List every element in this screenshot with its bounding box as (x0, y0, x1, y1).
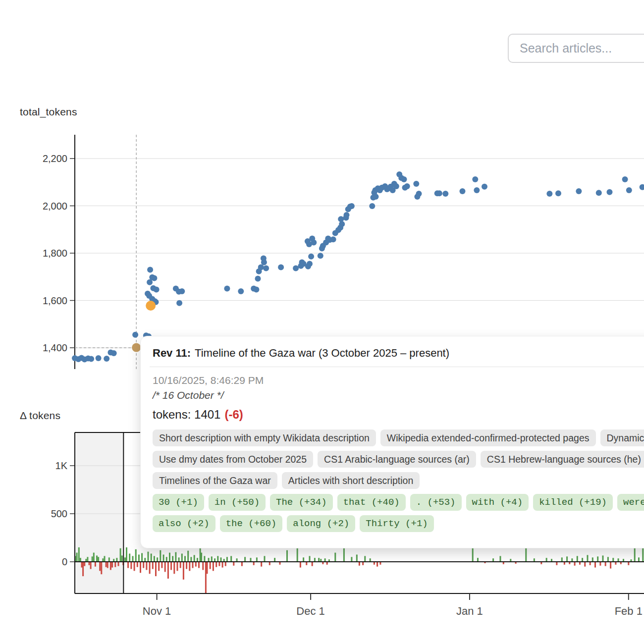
delta-bar[interactable] (210, 562, 211, 569)
delta-bar[interactable] (173, 562, 175, 574)
delta-bar[interactable] (183, 562, 184, 580)
delta-bar[interactable] (324, 558, 326, 562)
delta-bar[interactable] (177, 562, 178, 571)
delta-bar[interactable] (155, 562, 157, 576)
delta-bar[interactable] (124, 557, 126, 562)
delta-bar[interactable] (170, 562, 172, 570)
delta-bar[interactable] (107, 562, 108, 568)
delta-bar[interactable] (356, 555, 358, 562)
delta-bar[interactable] (205, 562, 207, 593)
delta-bar[interactable] (312, 562, 313, 566)
delta-bar[interactable] (104, 556, 106, 562)
delta-bar[interactable] (213, 562, 214, 571)
scatter-point[interactable] (436, 190, 442, 196)
scatter-point[interactable] (401, 176, 407, 182)
delta-bar[interactable] (584, 562, 586, 567)
delta-bar[interactable] (181, 554, 183, 562)
delta-bar[interactable] (364, 556, 366, 562)
selected-revision-point[interactable] (146, 301, 156, 311)
scatter-point[interactable] (293, 266, 299, 271)
delta-bar[interactable] (135, 549, 137, 562)
delta-bar[interactable] (566, 556, 568, 562)
delta-bar[interactable] (148, 552, 149, 562)
delta-bar[interactable] (192, 562, 194, 568)
delta-bar[interactable] (149, 562, 151, 574)
delta-bar[interactable] (111, 562, 113, 568)
scatter-point[interactable] (307, 261, 313, 267)
delta-bar[interactable] (351, 557, 352, 562)
scatter-point[interactable] (318, 253, 323, 259)
delta-bar[interactable] (158, 562, 160, 571)
scatter-point[interactable] (176, 300, 182, 306)
delta-bar[interactable] (574, 562, 576, 566)
delta-bar[interactable] (217, 556, 218, 562)
delta-bar[interactable] (642, 547, 644, 562)
delta-bar[interactable] (144, 558, 146, 562)
delta-bar[interactable] (172, 556, 173, 562)
delta-bar[interactable] (359, 562, 360, 566)
delta-bar[interactable] (114, 562, 116, 567)
delta-bar[interactable] (492, 558, 494, 562)
delta-bar[interactable] (118, 562, 119, 566)
delta-bar[interactable] (126, 547, 127, 562)
scatter-point[interactable] (344, 212, 350, 218)
delta-bar[interactable] (592, 557, 593, 562)
scatter-point[interactable] (413, 181, 419, 187)
delta-bar[interactable] (140, 562, 141, 573)
delta-bar[interactable] (169, 553, 170, 562)
scatter-point[interactable] (460, 188, 466, 194)
scatter-point[interactable] (255, 276, 261, 282)
delta-bar[interactable] (160, 550, 161, 562)
delta-bar[interactable] (207, 562, 208, 574)
delta-bar[interactable] (78, 547, 80, 562)
delta-bar[interactable] (218, 562, 220, 566)
delta-bar[interactable] (102, 558, 104, 562)
delta-bar[interactable] (215, 562, 217, 567)
delta-bar[interactable] (618, 558, 619, 562)
delta-bar[interactable] (101, 562, 102, 574)
delta-bar[interactable] (166, 557, 167, 562)
scatter-point[interactable] (258, 265, 264, 270)
delta-bar[interactable] (178, 557, 180, 562)
hovered-revision-point[interactable] (132, 343, 141, 352)
delta-bar[interactable] (222, 562, 223, 568)
scatter-point[interactable] (596, 190, 602, 196)
scatter-point[interactable] (373, 194, 379, 200)
delta-bar[interactable] (230, 556, 232, 562)
scatter-point[interactable] (339, 221, 345, 227)
scatter-point[interactable] (278, 265, 284, 270)
delta-bar[interactable] (90, 562, 92, 569)
delta-bar[interactable] (306, 562, 307, 565)
scatter-point[interactable] (416, 191, 422, 197)
scatter-point[interactable] (338, 216, 344, 222)
delta-bar[interactable] (175, 552, 176, 562)
delta-bar[interactable] (197, 558, 198, 562)
scatter-point[interactable] (472, 176, 478, 182)
delta-bar[interactable] (137, 562, 138, 567)
delta-bar[interactable] (152, 562, 154, 569)
delta-bar[interactable] (274, 558, 275, 562)
delta-bar[interactable] (628, 562, 629, 565)
delta-bar[interactable] (582, 558, 583, 562)
delta-bar[interactable] (250, 558, 252, 562)
delta-bar[interactable] (98, 557, 99, 562)
delta-bar[interactable] (204, 556, 205, 562)
delta-bar[interactable] (167, 562, 169, 579)
delta-bar[interactable] (602, 555, 604, 562)
scatter-point[interactable] (369, 203, 375, 209)
delta-bar[interactable] (546, 558, 547, 562)
scatter-point[interactable] (154, 287, 160, 293)
delta-bar[interactable] (261, 562, 262, 567)
delta-bar[interactable] (80, 558, 81, 562)
scatter-point[interactable] (253, 287, 259, 293)
scatter-point[interactable] (132, 332, 138, 338)
delta-bar[interactable] (318, 558, 320, 562)
scatter-point[interactable] (442, 191, 448, 197)
scatter-point[interactable] (622, 176, 628, 182)
delta-bar[interactable] (202, 562, 204, 570)
delta-bar[interactable] (561, 557, 563, 562)
delta-bar[interactable] (264, 556, 266, 562)
delta-bar[interactable] (256, 557, 258, 562)
delta-bar[interactable] (594, 562, 596, 568)
delta-bar[interactable] (500, 556, 501, 562)
